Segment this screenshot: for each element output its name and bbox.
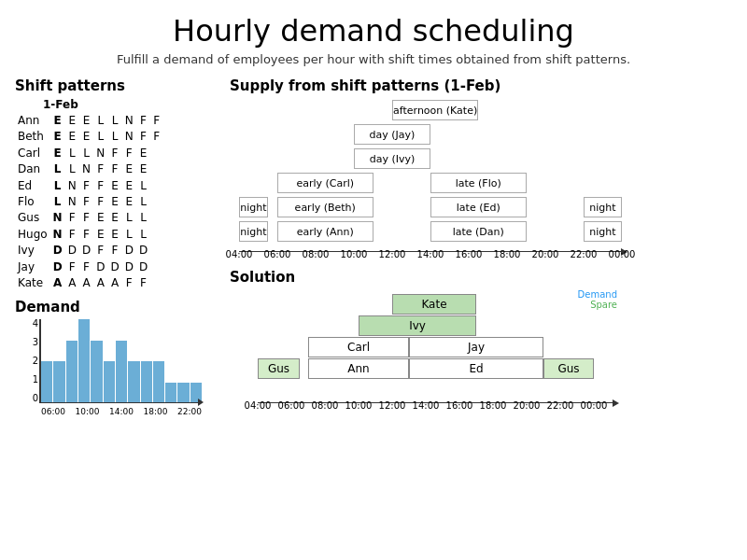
- shift-patterns-title: Shift patterns: [15, 77, 220, 94]
- date-header: 1-Feb: [15, 98, 220, 111]
- supply-title: Supply from shift patterns (1-Feb): [230, 77, 732, 94]
- demand-chart: 01234 06:0010:0014:0018:0022:00: [15, 319, 202, 422]
- subtitle: Fulfill a demand of employees per hour w…: [0, 52, 747, 66]
- shift-table: AnnEEELLNFFBethEEELLNFFCarlELLNFFEDanLLN…: [15, 113, 162, 291]
- solution-title: Solution: [230, 269, 732, 286]
- page-title: Hourly demand scheduling: [0, 0, 747, 52]
- solution-chart: DemandSpareKateIvyCarlJayGusAnnEdGus04:0…: [230, 289, 617, 411]
- legend-spare: Spare: [590, 300, 617, 310]
- demand-title: Demand: [15, 299, 220, 315]
- legend: DemandSpare: [578, 289, 617, 310]
- supply-chart: afternoon (Kate)day (Jay)day (Ivy)early …: [239, 98, 627, 261]
- legend-demand: Demand: [578, 289, 617, 300]
